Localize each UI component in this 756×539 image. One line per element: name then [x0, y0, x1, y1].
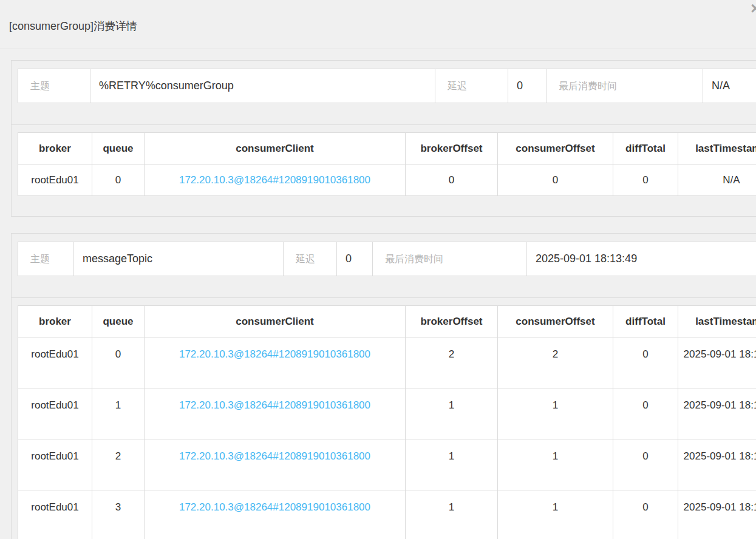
- cell-brokerOffset: 1: [406, 490, 498, 539]
- consume-progress-table: brokerqueueconsumerClientbrokerOffsetcon…: [18, 305, 756, 539]
- column-header-queue: queue: [92, 133, 145, 164]
- column-header-consumerClient: consumerClient: [145, 133, 406, 164]
- cell-broker: rootEdu01: [18, 337, 92, 388]
- cell-queue: 2: [92, 439, 145, 490]
- column-header-brokerOffset: brokerOffset: [406, 133, 498, 164]
- column-header-broker: broker: [18, 133, 92, 164]
- table-row: rootEdu011172.20.10.3@18264#120891901036…: [18, 388, 756, 439]
- cell-broker: rootEdu01: [18, 439, 92, 490]
- delay-label: 延迟: [284, 242, 337, 276]
- last-consume-time-value: N/A: [703, 69, 756, 103]
- column-header-queue: queue: [92, 306, 145, 337]
- consumer-topic-section: 主题 %RETRY%consumerGroup 延迟 0 最后消费时间 N/A …: [11, 60, 756, 217]
- cell-lastTimestamp: 2025-09-01 18:13:49: [678, 337, 756, 388]
- cell-consumerClient: 172.20.10.3@18264#1208919010361800: [145, 490, 406, 539]
- consumer-client-link[interactable]: 172.20.10.3@18264#1208919010361800: [179, 399, 370, 411]
- dialog-content: 主题 %RETRY%consumerGroup 延迟 0 最后消费时间 N/A …: [0, 49, 756, 539]
- cell-consumerOffset: 2: [498, 337, 613, 388]
- cell-consumerOffset: 1: [498, 439, 613, 490]
- column-header-consumerClient: consumerClient: [145, 306, 406, 337]
- column-header-broker: broker: [18, 306, 92, 337]
- topic-label: 主题: [18, 69, 90, 103]
- cell-consumerOffset: 1: [498, 388, 613, 439]
- cell-consumerClient: 172.20.10.3@18264#1208919010361800: [145, 388, 406, 439]
- cell-lastTimestamp: 2025-09-01 18:13:49: [678, 388, 756, 439]
- cell-brokerOffset: 2: [406, 337, 498, 388]
- table-row: rootEdu012172.20.10.3@18264#120891901036…: [18, 439, 756, 490]
- column-header-lastTimestamp: lastTimestamp: [678, 133, 756, 164]
- table-row: rootEdu010172.20.10.3@18264#120891901036…: [18, 337, 756, 388]
- last-consume-time-label: 最后消费时间: [373, 242, 527, 276]
- cell-lastTimestamp: 2025-09-01 18:13:49: [678, 439, 756, 490]
- topic-value: messageTopic: [74, 242, 284, 276]
- table-header-row: brokerqueueconsumerClientbrokerOffsetcon…: [18, 306, 756, 337]
- column-header-lastTimestamp: lastTimestamp: [678, 306, 756, 337]
- cell-diffTotal: 0: [613, 337, 678, 388]
- topic-label: 主题: [18, 242, 74, 276]
- table-header-row: brokerqueueconsumerClientbrokerOffsetcon…: [18, 133, 756, 164]
- cell-lastTimestamp: 2025-09-01 18:13:49: [678, 490, 756, 539]
- cell-consumerClient: 172.20.10.3@18264#1208919010361800: [145, 439, 406, 490]
- consumer-client-link[interactable]: 172.20.10.3@18264#1208919010361800: [179, 348, 370, 360]
- cell-queue: 3: [92, 490, 145, 539]
- cell-lastTimestamp: N/A: [678, 164, 756, 196]
- cell-consumerClient: 172.20.10.3@18264#1208919010361800: [145, 164, 406, 196]
- column-header-consumerOffset: consumerOffset: [498, 306, 613, 337]
- cell-diffTotal: 0: [613, 490, 678, 539]
- cell-broker: rootEdu01: [18, 490, 92, 539]
- cell-consumerOffset: 0: [498, 164, 613, 196]
- dialog-title: [consumerGroup]消费详情: [0, 0, 756, 49]
- topic-bar: 主题 messageTopic 延迟 0 最后消费时间 2025-09-01 1…: [18, 242, 756, 276]
- consume-progress-table: brokerqueueconsumerClientbrokerOffsetcon…: [18, 132, 756, 196]
- delay-label: 延迟: [435, 69, 508, 103]
- last-consume-time-value: 2025-09-01 18:13:49: [527, 242, 756, 276]
- consumer-client-link[interactable]: 172.20.10.3@18264#1208919010361800: [179, 450, 370, 462]
- last-consume-time-label: 最后消费时间: [547, 69, 703, 103]
- cell-broker: rootEdu01: [18, 388, 92, 439]
- column-header-brokerOffset: brokerOffset: [406, 306, 498, 337]
- cell-diffTotal: 0: [613, 388, 678, 439]
- topic-value: %RETRY%consumerGroup: [90, 69, 435, 103]
- cell-consumerOffset: 1: [498, 490, 613, 539]
- section-divider: [12, 124, 756, 125]
- consumer-topic-section: 主题 messageTopic 延迟 0 最后消费时间 2025-09-01 1…: [11, 233, 756, 539]
- consumer-client-link[interactable]: 172.20.10.3@18264#1208919010361800: [179, 501, 370, 513]
- consumer-detail-dialog: × [consumerGroup]消费详情 主题 %RETRY%consumer…: [0, 0, 756, 539]
- delay-value: 0: [508, 69, 547, 103]
- table-row: rootEdu013172.20.10.3@18264#120891901036…: [18, 490, 756, 539]
- cell-diffTotal: 0: [613, 164, 678, 196]
- delay-value: 0: [337, 242, 373, 276]
- consumer-client-link[interactable]: 172.20.10.3@18264#1208919010361800: [179, 174, 370, 186]
- cell-queue: 0: [92, 337, 145, 388]
- column-header-diffTotal: diffTotal: [613, 133, 678, 164]
- column-header-consumerOffset: consumerOffset: [498, 133, 613, 164]
- cell-broker: rootEdu01: [18, 164, 92, 196]
- cell-brokerOffset: 1: [406, 388, 498, 439]
- cell-diffTotal: 0: [613, 439, 678, 490]
- cell-queue: 0: [92, 164, 145, 196]
- cell-brokerOffset: 0: [406, 164, 498, 196]
- cell-consumerClient: 172.20.10.3@18264#1208919010361800: [145, 337, 406, 388]
- cell-brokerOffset: 1: [406, 439, 498, 490]
- table-row: rootEdu010172.20.10.3@18264#120891901036…: [18, 164, 756, 196]
- close-icon[interactable]: ×: [751, 1, 756, 17]
- section-divider: [12, 297, 756, 298]
- column-header-diffTotal: diffTotal: [613, 306, 678, 337]
- topic-bar: 主题 %RETRY%consumerGroup 延迟 0 最后消费时间 N/A: [18, 69, 756, 103]
- cell-queue: 1: [92, 388, 145, 439]
